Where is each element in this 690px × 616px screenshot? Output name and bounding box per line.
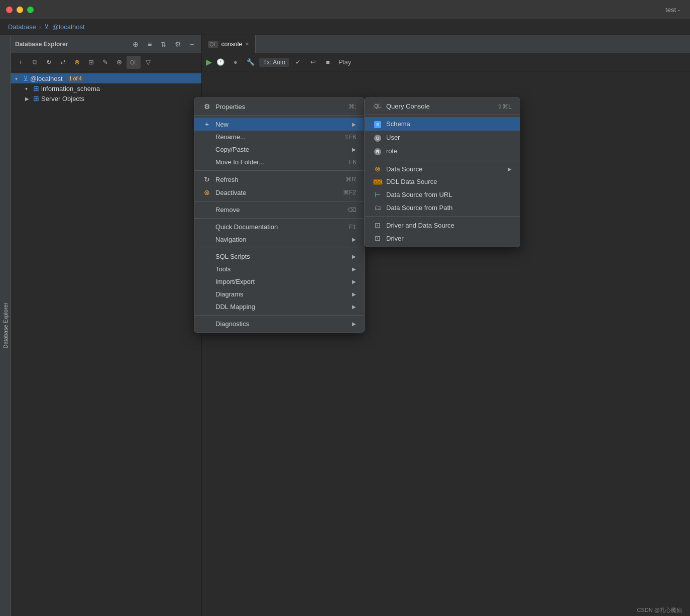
edit-icon[interactable]: ✎ bbox=[98, 56, 111, 69]
menu-item-navigation[interactable]: Navigation ▶ bbox=[194, 233, 364, 246]
close-button[interactable] bbox=[6, 7, 13, 13]
menu-item-diagrams[interactable]: Diagrams ▶ bbox=[194, 288, 364, 300]
table-icon[interactable]: ⊞ bbox=[84, 56, 97, 69]
diagrams-arrow: ▶ bbox=[352, 291, 356, 297]
menu-item-refresh[interactable]: ↻ Refresh ⌘R bbox=[194, 173, 364, 186]
checkmark-icon[interactable]: ✓ bbox=[291, 56, 304, 69]
submenu-item-schema[interactable]: S Schema bbox=[365, 117, 520, 131]
breadcrumb-database[interactable]: Database bbox=[8, 23, 36, 31]
menu-item-sql-scripts[interactable]: SQL Scripts ▶ bbox=[194, 250, 364, 263]
vertical-tab-database-explorer[interactable]: Database Explorer bbox=[0, 35, 11, 616]
submenu-item-data-source[interactable]: ⊗ Data Source ▶ bbox=[365, 162, 520, 175]
menu-item-import-export[interactable]: Import/Export ▶ bbox=[194, 275, 364, 288]
menu-item-ddl-mapping[interactable]: DDL Mapping ▶ bbox=[194, 300, 364, 313]
new-menu-icon: + bbox=[202, 120, 211, 128]
move-shortcut: F6 bbox=[349, 159, 356, 166]
data-source-path-icon: 🗂 bbox=[373, 203, 382, 212]
menu-tools-label: Tools bbox=[215, 265, 231, 273]
sort-icon[interactable]: ⇅ bbox=[158, 39, 169, 50]
properties-icon: ⚙ bbox=[202, 102, 211, 111]
submenu-item-ddl-data-source[interactable]: DDL DDL Data Source bbox=[365, 175, 520, 188]
submenu-item-query-console[interactable]: QL Query Console ⇧⌘L bbox=[365, 100, 520, 113]
info-schema-icon: ⊞ bbox=[33, 84, 39, 92]
tab-bar: QL console ✕ bbox=[202, 35, 690, 53]
play-label[interactable]: Play bbox=[336, 56, 353, 69]
menu-item-move[interactable]: Move to Folder... F6 bbox=[194, 156, 364, 168]
import-export-arrow: ▶ bbox=[352, 279, 356, 284]
close-sidebar-icon[interactable]: − bbox=[186, 39, 197, 50]
sidebar-header-icons: ⊕ ≡ ⇅ ⚙ − bbox=[130, 39, 197, 50]
query-console-shortcut: ⇧⌘L bbox=[497, 103, 512, 110]
context-menu: ⚙ Properties ⌘; + New ▶ Rename... ⇧F6 Co… bbox=[194, 97, 365, 333]
menu-sep-6 bbox=[194, 315, 364, 316]
settings-icon[interactable]: ⚙ bbox=[172, 39, 183, 50]
add-data-source-icon[interactable]: ⊕ bbox=[130, 39, 141, 50]
status-text: CSDN @扎心魔仙 bbox=[637, 607, 682, 613]
copy-icon[interactable]: ⧉ bbox=[28, 56, 41, 69]
sidebar-title: Database Explorer bbox=[15, 41, 68, 48]
tx-label[interactable]: Tx: Auto bbox=[259, 58, 289, 67]
maximize-button[interactable] bbox=[27, 7, 34, 13]
submenu-item-role[interactable]: R role bbox=[365, 144, 520, 158]
tab-close-icon[interactable]: ✕ bbox=[245, 41, 249, 47]
submenu-item-user[interactable]: U User bbox=[365, 131, 520, 144]
menu-navigation-label: Navigation bbox=[215, 236, 246, 243]
submenu-item-data-source-path[interactable]: 🗂 Data Source from Path bbox=[365, 201, 520, 214]
server-objects-label: Server Objects bbox=[41, 95, 84, 102]
menu-remove-label: Remove bbox=[215, 206, 240, 214]
data-source-icon: ⊗ bbox=[373, 165, 382, 173]
undo-icon[interactable]: ↩ bbox=[306, 56, 319, 69]
tree-item-info-schema[interactable]: ▾ ⊞ information_schema bbox=[11, 83, 201, 93]
menu-item-diagnostics[interactable]: Diagnostics ▶ bbox=[194, 318, 364, 330]
history-icon[interactable]: 🕐 bbox=[214, 56, 227, 69]
menu-sep-2 bbox=[194, 170, 364, 171]
new-arrow: ▶ bbox=[352, 122, 356, 127]
submenu-sep-3 bbox=[365, 216, 520, 217]
menu-item-rename[interactable]: Rename... ⇧F6 bbox=[194, 131, 364, 143]
expand-arrow: ▾ bbox=[15, 76, 21, 81]
driver-icon: ⊡ bbox=[373, 234, 382, 242]
properties-shortcut: ⌘; bbox=[349, 103, 356, 110]
tree-item-localhost[interactable]: ▾ ⊻ @localhost 1 of 4 bbox=[11, 73, 201, 83]
sync-icon[interactable]: ⇄ bbox=[56, 56, 69, 69]
submenu-driver-data-source-label: Driver and Data Source bbox=[386, 222, 454, 229]
titlebar: test - bbox=[0, 0, 690, 19]
sidebar: Database Explorer ⊕ ≡ ⇅ ⚙ − + ⧉ ↻ ⇄ ⊗ ⊞ … bbox=[11, 35, 202, 616]
menu-item-new[interactable]: + New ▶ bbox=[194, 118, 364, 131]
new-icon[interactable]: + bbox=[14, 56, 27, 69]
tab-console[interactable]: QL console ✕ bbox=[202, 35, 256, 53]
submenu-sep-2 bbox=[365, 160, 520, 160]
menu-properties-label: Properties bbox=[215, 103, 245, 111]
sql-editor-icon[interactable]: QL bbox=[127, 56, 141, 69]
square-icon[interactable]: ■ bbox=[321, 56, 334, 69]
menu-diagnostics-label: Diagnostics bbox=[215, 320, 249, 328]
refresh-icon[interactable]: ↻ bbox=[42, 56, 55, 69]
tree-item-server-objects[interactable]: ▶ ⊞ Server Objects bbox=[11, 93, 201, 104]
menu-item-quick-doc[interactable]: Quick Documentation F1 bbox=[194, 221, 364, 233]
wrench-icon[interactable]: 🔧 bbox=[244, 56, 257, 69]
database-icon[interactable]: ⊗ bbox=[70, 56, 83, 69]
tools-arrow: ▶ bbox=[352, 266, 356, 272]
menu-sep-1 bbox=[194, 115, 364, 116]
stop-icon[interactable]: ● bbox=[229, 56, 242, 69]
sidebar-header: Database Explorer ⊕ ≡ ⇅ ⚙ − bbox=[11, 35, 201, 53]
minimize-button[interactable] bbox=[17, 7, 23, 13]
submenu-item-driver[interactable]: ⊡ Driver bbox=[365, 232, 520, 245]
jump-icon[interactable]: ⊛ bbox=[112, 56, 126, 69]
submenu-item-driver-data-source[interactable]: ⊡ Driver and Data Source bbox=[365, 219, 520, 232]
console-tab-icon: QL bbox=[208, 41, 218, 48]
filter-icon[interactable]: ▽ bbox=[142, 56, 155, 69]
breadcrumb-sep: › bbox=[39, 23, 41, 31]
breadcrumb-localhost[interactable]: @localhost bbox=[52, 23, 85, 31]
menu-item-remove[interactable]: Remove ⌫ bbox=[194, 203, 364, 216]
server-objects-arrow: ▶ bbox=[25, 96, 31, 101]
menu-item-tools[interactable]: Tools ▶ bbox=[194, 263, 364, 275]
menu-item-properties[interactable]: ⚙ Properties ⌘; bbox=[194, 100, 364, 113]
run-button[interactable]: ▶ bbox=[206, 57, 212, 67]
collapse-all-icon[interactable]: ≡ bbox=[144, 39, 155, 50]
schema-icon: S bbox=[373, 120, 382, 128]
submenu-item-data-source-url[interactable]: ⊢ Data Source from URL bbox=[365, 188, 520, 201]
menu-item-copy-paste[interactable]: Copy/Paste ▶ bbox=[194, 143, 364, 156]
menu-item-deactivate[interactable]: ⊗ Deactivate ⌘F2 bbox=[194, 186, 364, 199]
menu-move-label: Move to Folder... bbox=[215, 158, 264, 166]
